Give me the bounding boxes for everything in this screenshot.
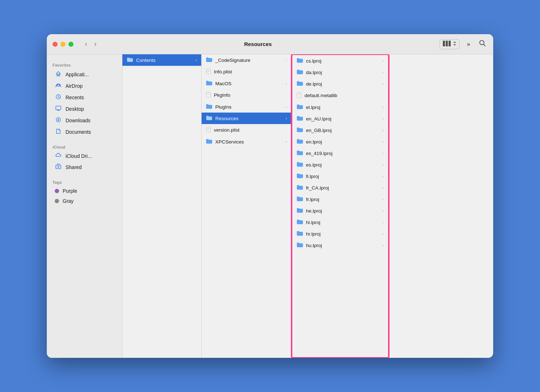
sidebar-item-desktop[interactable]: Desktop <box>49 103 120 115</box>
hrlproj-row[interactable]: hr.lproj › <box>292 228 388 240</box>
dalproj-chevron: › <box>382 70 384 74</box>
sidebar-item-airdrop[interactable]: AirDrop <box>49 80 120 92</box>
sidebar-item-purple[interactable]: Purple <box>49 186 120 196</box>
filproj-row[interactable]: fi.lproj › <box>292 170 388 182</box>
infoplist-row[interactable]: Info.plist <box>202 66 291 78</box>
contents-row[interactable]: Contents › <box>122 54 201 66</box>
engblproj-chevron: › <box>382 128 384 132</box>
es419lproj-folder-icon <box>297 150 303 156</box>
plugins-row[interactable]: PlugIns › <box>202 101 291 113</box>
frcalproj-chevron: › <box>382 186 384 190</box>
helproj-chevron: › <box>382 209 384 213</box>
view-switcher[interactable] <box>440 39 460 49</box>
codesignature-chevron: › <box>285 58 287 62</box>
purple-label: Purple <box>63 188 77 194</box>
engblproj-row[interactable]: en_GB.lproj › <box>292 124 388 136</box>
plugins-folder-icon <box>206 104 212 110</box>
resources-chevron: › <box>285 116 287 120</box>
hilproj-folder-icon <box>297 219 303 225</box>
column-1: Contents › <box>122 54 202 358</box>
svg-rect-14 <box>206 92 211 97</box>
xpcservices-label: XPCServices <box>215 139 283 145</box>
delproj-label: de.lproj <box>306 81 379 87</box>
helproj-row[interactable]: he.lproj › <box>292 205 388 216</box>
es419lproj-chevron: › <box>382 151 384 155</box>
codesignature-row[interactable]: _CodeSignature › <box>202 54 291 66</box>
macos-row[interactable]: MacOS › <box>202 78 291 89</box>
hulproj-row[interactable]: hu.lproj › <box>292 240 388 251</box>
toolbar-right: » <box>440 38 487 50</box>
defaultmetallib-row[interactable]: default.metallib <box>292 90 388 101</box>
gray-label: Gray <box>63 198 73 204</box>
hrlproj-chevron: › <box>382 232 384 236</box>
hilproj-row[interactable]: hi.lproj › <box>292 216 388 228</box>
icloud-label: iCloud <box>47 142 122 151</box>
xpcservices-chevron: › <box>285 140 287 144</box>
cslproj-folder-icon <box>297 58 303 64</box>
cslproj-row[interactable]: cs.lproj › <box>292 55 388 67</box>
tags-label: Tags <box>47 177 122 186</box>
sidebar-item-documents[interactable]: Documents <box>49 126 120 138</box>
pkginfo-row[interactable]: PkgInfo <box>202 89 291 101</box>
xpcservices-folder-icon <box>206 138 212 145</box>
sidebar-item-recents[interactable]: Recents <box>49 92 120 103</box>
macos-label: MacOS <box>215 81 283 86</box>
icloud-drive-icon <box>55 153 62 159</box>
es419lproj-row[interactable]: es_419.lproj › <box>292 147 388 159</box>
icloud-drive-label: iCloud Dri... <box>66 153 92 159</box>
enlproj-label: en.lproj <box>306 139 379 145</box>
more-button[interactable]: » <box>465 40 472 49</box>
ellproj-label: el.lproj <box>306 105 379 110</box>
filproj-chevron: › <box>382 174 384 178</box>
frlproj-folder-icon <box>297 196 303 202</box>
filproj-label: fi.lproj <box>306 174 379 179</box>
frcalproj-folder-icon <box>297 184 303 191</box>
svg-rect-2 <box>449 41 451 46</box>
ellproj-row[interactable]: el.lproj › <box>292 101 388 113</box>
recents-icon <box>55 94 62 101</box>
search-button[interactable] <box>477 38 487 50</box>
sidebar-item-applications[interactable]: Applicati... <box>49 69 120 80</box>
applications-label: Applicati... <box>66 72 89 77</box>
svg-rect-10 <box>206 69 211 74</box>
frlproj-row[interactable]: fr.lproj › <box>292 193 388 205</box>
column-view-icon <box>443 41 451 48</box>
resources-row[interactable]: Resources › <box>202 113 291 124</box>
cslproj-label: cs.lproj <box>306 58 379 64</box>
hrlproj-label: hr.lproj <box>306 231 379 237</box>
desktop-label: Desktop <box>66 106 84 112</box>
eslproj-row[interactable]: es.lproj › <box>292 159 388 170</box>
svg-rect-21 <box>297 92 301 97</box>
sidebar-item-gray[interactable]: Gray <box>49 196 120 206</box>
airdrop-label: AirDrop <box>66 83 82 89</box>
svg-line-4 <box>483 44 485 46</box>
hilproj-chevron: › <box>382 220 384 224</box>
dalproj-row[interactable]: da.lproj › <box>292 67 388 78</box>
xpcservices-row[interactable]: XPCServices › <box>202 136 291 147</box>
frcalproj-row[interactable]: fr_CA.lproj › <box>292 182 388 193</box>
sidebar-item-downloads[interactable]: Downloads <box>49 115 120 126</box>
filproj-folder-icon <box>297 173 303 179</box>
close-button[interactable] <box>53 42 58 47</box>
minimize-button[interactable] <box>60 42 66 47</box>
eslproj-label: es.lproj <box>306 162 379 168</box>
engblproj-label: en_GB.lproj <box>306 128 379 133</box>
cslproj-chevron: › <box>382 59 384 63</box>
versionplist-row[interactable]: version.plist <box>202 124 291 136</box>
purple-tag-dot <box>55 189 59 193</box>
pkginfo-label: PkgInfo <box>214 92 287 98</box>
maximize-button[interactable] <box>68 42 73 47</box>
helproj-folder-icon <box>297 208 303 214</box>
enlproj-chevron: › <box>382 140 384 144</box>
downloads-icon <box>55 117 62 124</box>
enaulproj-label: en_AU.lproj <box>306 116 379 122</box>
resources-label: Resources <box>215 116 283 121</box>
codesignature-label: _CodeSignature <box>215 58 283 63</box>
enaulproj-row[interactable]: en_AU.lproj › <box>292 113 388 124</box>
content-area: Favorites Applicati... <box>47 54 493 358</box>
delproj-row[interactable]: de.lproj › <box>292 78 388 90</box>
enlproj-row[interactable]: en.lproj › <box>292 136 388 147</box>
sidebar-item-icloud-drive[interactable]: iCloud Dri... <box>49 151 120 161</box>
sidebar-item-shared[interactable]: Shared <box>49 161 120 173</box>
macos-chevron: › <box>285 81 287 86</box>
